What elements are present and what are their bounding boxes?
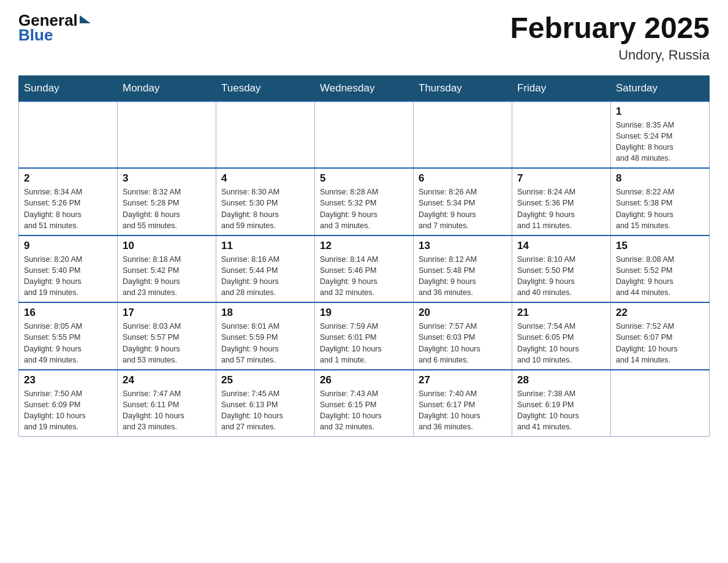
day-of-week-header: Thursday xyxy=(414,75,512,101)
calendar-cell xyxy=(216,101,315,169)
calendar-cell: 15Sunrise: 8:08 AM Sunset: 5:52 PM Dayli… xyxy=(611,236,710,303)
day-info: Sunrise: 8:10 AM Sunset: 5:50 PM Dayligh… xyxy=(517,254,605,299)
day-number: 2 xyxy=(24,172,112,185)
day-number: 10 xyxy=(123,240,211,252)
calendar-cell: 12Sunrise: 8:14 AM Sunset: 5:46 PM Dayli… xyxy=(315,236,414,303)
day-info: Sunrise: 8:08 AM Sunset: 5:52 PM Dayligh… xyxy=(616,254,704,299)
week-row: 1Sunrise: 8:35 AM Sunset: 5:24 PM Daylig… xyxy=(19,101,710,169)
day-info: Sunrise: 8:01 AM Sunset: 5:59 PM Dayligh… xyxy=(221,321,309,366)
day-info: Sunrise: 7:52 AM Sunset: 6:07 PM Dayligh… xyxy=(616,321,704,366)
day-info: Sunrise: 7:40 AM Sunset: 6:17 PM Dayligh… xyxy=(419,388,507,433)
day-number: 11 xyxy=(221,240,309,252)
calendar-cell xyxy=(118,101,216,169)
calendar-table: SundayMondayTuesdayWednesdayThursdayFrid… xyxy=(18,75,710,437)
calendar-cell: 9Sunrise: 8:20 AM Sunset: 5:40 PM Daylig… xyxy=(19,236,118,303)
calendar-cell: 8Sunrise: 8:22 AM Sunset: 5:38 PM Daylig… xyxy=(611,168,710,236)
day-number: 19 xyxy=(320,307,408,319)
day-info: Sunrise: 8:05 AM Sunset: 5:55 PM Dayligh… xyxy=(24,321,112,366)
day-info: Sunrise: 8:12 AM Sunset: 5:48 PM Dayligh… xyxy=(419,254,507,299)
week-row: 2Sunrise: 8:34 AM Sunset: 5:26 PM Daylig… xyxy=(19,168,710,236)
day-number: 20 xyxy=(419,307,507,319)
day-info: Sunrise: 7:59 AM Sunset: 6:01 PM Dayligh… xyxy=(320,321,408,366)
calendar-cell: 7Sunrise: 8:24 AM Sunset: 5:36 PM Daylig… xyxy=(512,168,611,236)
day-of-week-header: Wednesday xyxy=(315,75,414,101)
day-info: Sunrise: 7:54 AM Sunset: 6:05 PM Dayligh… xyxy=(517,321,605,366)
day-info: Sunrise: 8:20 AM Sunset: 5:40 PM Dayligh… xyxy=(24,254,112,299)
calendar-cell xyxy=(611,370,710,437)
day-number: 21 xyxy=(517,307,605,319)
day-number: 18 xyxy=(221,307,309,319)
calendar-cell: 16Sunrise: 8:05 AM Sunset: 5:55 PM Dayli… xyxy=(19,302,118,370)
calendar-cell xyxy=(414,101,512,169)
calendar-cell: 4Sunrise: 8:30 AM Sunset: 5:30 PM Daylig… xyxy=(216,168,315,236)
day-number: 1 xyxy=(616,105,704,118)
calendar-cell: 2Sunrise: 8:34 AM Sunset: 5:26 PM Daylig… xyxy=(19,168,118,236)
calendar-cell: 14Sunrise: 8:10 AM Sunset: 5:50 PM Dayli… xyxy=(512,236,611,303)
day-info: Sunrise: 8:32 AM Sunset: 5:28 PM Dayligh… xyxy=(123,186,211,231)
calendar-cell: 18Sunrise: 8:01 AM Sunset: 5:59 PM Dayli… xyxy=(216,302,315,370)
calendar-cell: 22Sunrise: 7:52 AM Sunset: 6:07 PM Dayli… xyxy=(611,302,710,370)
day-number: 26 xyxy=(320,374,408,386)
day-of-week-header: Sunday xyxy=(19,75,118,101)
calendar-cell xyxy=(315,101,414,169)
calendar-cell: 1Sunrise: 8:35 AM Sunset: 5:24 PM Daylig… xyxy=(611,101,710,169)
day-info: Sunrise: 8:34 AM Sunset: 5:26 PM Dayligh… xyxy=(24,186,112,231)
day-info: Sunrise: 8:30 AM Sunset: 5:30 PM Dayligh… xyxy=(221,186,309,231)
day-number: 28 xyxy=(517,374,605,386)
calendar-cell: 10Sunrise: 8:18 AM Sunset: 5:42 PM Dayli… xyxy=(118,236,216,303)
day-number: 14 xyxy=(517,240,605,252)
day-info: Sunrise: 8:18 AM Sunset: 5:42 PM Dayligh… xyxy=(123,254,211,299)
calendar-cell: 19Sunrise: 7:59 AM Sunset: 6:01 PM Dayli… xyxy=(315,302,414,370)
calendar-cell: 21Sunrise: 7:54 AM Sunset: 6:05 PM Dayli… xyxy=(512,302,611,370)
day-number: 6 xyxy=(419,172,507,185)
day-number: 27 xyxy=(419,374,507,386)
calendar-cell: 17Sunrise: 8:03 AM Sunset: 5:57 PM Dayli… xyxy=(118,302,216,370)
day-of-week-header: Tuesday xyxy=(216,75,315,101)
day-number: 7 xyxy=(517,172,605,185)
day-info: Sunrise: 8:22 AM Sunset: 5:38 PM Dayligh… xyxy=(616,186,704,231)
title-block: February 2025 Undory, Russia xyxy=(510,12,710,63)
calendar-cell: 26Sunrise: 7:43 AM Sunset: 6:15 PM Dayli… xyxy=(315,370,414,437)
day-info: Sunrise: 8:28 AM Sunset: 5:32 PM Dayligh… xyxy=(320,186,408,231)
calendar-cell: 23Sunrise: 7:50 AM Sunset: 6:09 PM Dayli… xyxy=(19,370,118,437)
day-number: 9 xyxy=(24,240,112,252)
day-number: 4 xyxy=(221,172,309,185)
day-number: 23 xyxy=(24,374,112,386)
day-of-week-header: Saturday xyxy=(611,75,710,101)
day-number: 24 xyxy=(123,374,211,386)
day-info: Sunrise: 7:43 AM Sunset: 6:15 PM Dayligh… xyxy=(320,388,408,433)
calendar-cell: 27Sunrise: 7:40 AM Sunset: 6:17 PM Dayli… xyxy=(414,370,512,437)
calendar-cell: 6Sunrise: 8:26 AM Sunset: 5:34 PM Daylig… xyxy=(414,168,512,236)
calendar-cell: 5Sunrise: 8:28 AM Sunset: 5:32 PM Daylig… xyxy=(315,168,414,236)
day-info: Sunrise: 8:16 AM Sunset: 5:44 PM Dayligh… xyxy=(221,254,309,299)
calendar-cell: 25Sunrise: 7:45 AM Sunset: 6:13 PM Dayli… xyxy=(216,370,315,437)
logo: General Blue xyxy=(18,12,91,43)
day-info: Sunrise: 7:50 AM Sunset: 6:09 PM Dayligh… xyxy=(24,388,112,433)
day-number: 25 xyxy=(221,374,309,386)
week-row: 16Sunrise: 8:05 AM Sunset: 5:55 PM Dayli… xyxy=(19,302,710,370)
day-info: Sunrise: 7:45 AM Sunset: 6:13 PM Dayligh… xyxy=(221,388,309,433)
day-info: Sunrise: 8:14 AM Sunset: 5:46 PM Dayligh… xyxy=(320,254,408,299)
calendar-cell: 28Sunrise: 7:38 AM Sunset: 6:19 PM Dayli… xyxy=(512,370,611,437)
day-number: 3 xyxy=(123,172,211,185)
calendar-cell: 24Sunrise: 7:47 AM Sunset: 6:11 PM Dayli… xyxy=(118,370,216,437)
day-number: 13 xyxy=(419,240,507,252)
month-title: February 2025 xyxy=(510,12,710,45)
day-number: 16 xyxy=(24,307,112,319)
day-number: 15 xyxy=(616,240,704,252)
calendar-header-row: SundayMondayTuesdayWednesdayThursdayFrid… xyxy=(19,75,710,101)
calendar-cell: 13Sunrise: 8:12 AM Sunset: 5:48 PM Dayli… xyxy=(414,236,512,303)
week-row: 23Sunrise: 7:50 AM Sunset: 6:09 PM Dayli… xyxy=(19,370,710,437)
day-info: Sunrise: 7:38 AM Sunset: 6:19 PM Dayligh… xyxy=(517,388,605,433)
day-info: Sunrise: 8:24 AM Sunset: 5:36 PM Dayligh… xyxy=(517,186,605,231)
calendar-cell xyxy=(19,101,118,169)
day-number: 12 xyxy=(320,240,408,252)
day-number: 17 xyxy=(123,307,211,319)
day-number: 5 xyxy=(320,172,408,185)
calendar-cell: 20Sunrise: 7:57 AM Sunset: 6:03 PM Dayli… xyxy=(414,302,512,370)
day-number: 8 xyxy=(616,172,704,185)
day-info: Sunrise: 8:03 AM Sunset: 5:57 PM Dayligh… xyxy=(123,321,211,366)
day-of-week-header: Friday xyxy=(512,75,611,101)
logo-text-blue: Blue xyxy=(18,27,53,43)
day-info: Sunrise: 8:35 AM Sunset: 5:24 PM Dayligh… xyxy=(616,120,704,164)
